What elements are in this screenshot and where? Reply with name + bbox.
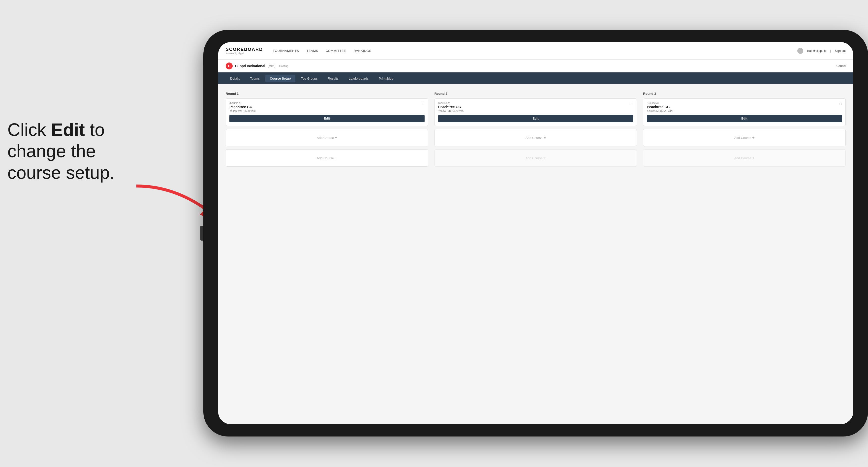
round-2-delete-icon[interactable]: □	[629, 101, 634, 106]
sub-header: C Clippd Invitational (Men) Hosting Canc…	[218, 60, 853, 72]
main-content: Round 1 □ (Course A) Peachtree GC Yellow…	[218, 84, 853, 424]
round-1-delete-icon[interactable]: □	[421, 101, 426, 106]
round-2-edit-button[interactable]: Edit	[438, 115, 633, 122]
round-1-add-course-2-text: Add Course	[317, 156, 334, 160]
round-3-add-course-2-text: Add Course	[734, 156, 751, 160]
nav-rankings[interactable]: RANKINGS	[353, 49, 371, 53]
nav-left: SCOREBOARD Powered by clippd TOURNAMENTS…	[226, 47, 371, 55]
tablet-device: SCOREBOARD Powered by clippd TOURNAMENTS…	[204, 30, 868, 436]
user-email: blair@clippd.io	[807, 49, 827, 53]
round-3-course-label: (Course A)	[647, 102, 842, 104]
tab-tee-groups[interactable]: Tee Groups	[297, 75, 322, 82]
round-2-add-course-1-text: Add Course	[526, 136, 542, 139]
round-3-course-details: Yellow (M) (6629 yds)	[647, 110, 842, 112]
instruction-text: Click Edit to change the course setup.	[7, 119, 136, 183]
clippd-logo-icon: C	[226, 62, 232, 69]
nav-teams[interactable]: TEAMS	[307, 49, 318, 53]
round-1-add-course-1[interactable]: Add Course +	[226, 129, 428, 146]
round-2-add-course-2-text: Add Course	[526, 156, 542, 160]
sign-out-link[interactable]: Sign out	[835, 49, 846, 53]
round-1-column: Round 1 □ (Course A) Peachtree GC Yellow…	[226, 92, 428, 169]
tab-bar: Details Teams Course Setup Tee Groups Re…	[218, 72, 853, 84]
round-2-course-card: □ (Course A) Peachtree GC Yellow (M) (66…	[434, 98, 637, 126]
round-3-add-course-1[interactable]: Add Course +	[643, 129, 846, 146]
round-1-add-course-2-icon: +	[335, 156, 337, 160]
nav-right: blair@clippd.io | Sign out	[797, 48, 846, 54]
tab-results[interactable]: Results	[323, 75, 343, 82]
round-2-column: Round 2 □ (Course A) Peachtree GC Yellow…	[434, 92, 637, 169]
user-avatar	[797, 48, 803, 54]
tablet-side-button	[200, 226, 204, 241]
round-1-add-course-1-text: Add Course	[317, 136, 334, 139]
rounds-grid: Round 1 □ (Course A) Peachtree GC Yellow…	[226, 92, 846, 169]
tablet-screen: SCOREBOARD Powered by clippd TOURNAMENTS…	[218, 42, 853, 424]
round-1-title: Round 1	[226, 92, 428, 95]
round-3-title: Round 3	[643, 92, 846, 95]
round-1-add-course-2[interactable]: Add Course +	[226, 149, 428, 167]
nav-tournaments[interactable]: TOURNAMENTS	[273, 49, 299, 53]
nav-separator: |	[830, 49, 831, 53]
tab-leaderboards[interactable]: Leaderboards	[344, 75, 373, 82]
round-2-title: Round 2	[434, 92, 637, 95]
round-1-course-card: □ (Course A) Peachtree GC Yellow (M) (66…	[226, 98, 428, 126]
round-3-add-course-1-text: Add Course	[734, 136, 751, 139]
scoreboard-logo: SCOREBOARD Powered by clippd	[226, 47, 263, 55]
round-3-delete-icon[interactable]: □	[838, 101, 843, 106]
round-3-course-name: Peachtree GC	[647, 105, 842, 109]
scoreboard-subtitle: Powered by clippd	[226, 52, 263, 55]
round-2-add-course-1[interactable]: Add Course +	[434, 129, 637, 146]
tab-teams[interactable]: Teams	[246, 75, 264, 82]
round-3-add-course-1-icon: +	[752, 135, 754, 140]
round-2-course-name: Peachtree GC	[438, 105, 633, 109]
round-2-course-label: (Course A)	[438, 102, 633, 104]
round-2-add-course-2-icon: +	[544, 156, 546, 160]
round-1-course-name: Peachtree GC	[229, 105, 425, 109]
round-1-add-course-1-icon: +	[335, 135, 337, 140]
tab-course-setup[interactable]: Course Setup	[266, 75, 296, 82]
tournament-info: C Clippd Invitational (Men) Hosting	[226, 62, 288, 69]
round-1-course-details: Yellow (M) (6629 yds)	[229, 110, 425, 112]
round-2-add-course-1-icon: +	[544, 135, 546, 140]
cancel-button[interactable]: Cancel	[837, 64, 846, 68]
round-2-course-details: Yellow (M) (6629 yds)	[438, 110, 633, 112]
round-3-add-course-2: Add Course +	[643, 149, 846, 167]
round-3-add-course-2-icon: +	[752, 156, 754, 160]
tournament-name: Clippd Invitational	[235, 64, 265, 68]
nav-committee[interactable]: COMMITTEE	[326, 49, 346, 53]
nav-links: TOURNAMENTS TEAMS COMMITTEE RANKINGS	[273, 49, 371, 53]
tab-printables[interactable]: Printables	[374, 75, 398, 82]
round-3-column: Round 3 □ (Course A) Peachtree GC Yellow…	[643, 92, 846, 169]
app-container: SCOREBOARD Powered by clippd TOURNAMENTS…	[218, 42, 853, 424]
tournament-gender: (Men)	[268, 64, 275, 68]
round-1-course-label: (Course A)	[229, 102, 425, 104]
edit-emphasis: Edit	[51, 120, 85, 139]
round-3-course-card: □ (Course A) Peachtree GC Yellow (M) (66…	[643, 98, 846, 126]
round-3-edit-button[interactable]: Edit	[647, 115, 842, 122]
round-1-edit-button[interactable]: Edit	[229, 115, 425, 122]
tab-details[interactable]: Details	[226, 75, 245, 82]
scoreboard-title: SCOREBOARD	[226, 47, 263, 52]
hosting-badge: Hosting	[279, 64, 288, 67]
round-2-add-course-2: Add Course +	[434, 149, 637, 167]
top-navigation: SCOREBOARD Powered by clippd TOURNAMENTS…	[218, 42, 853, 60]
